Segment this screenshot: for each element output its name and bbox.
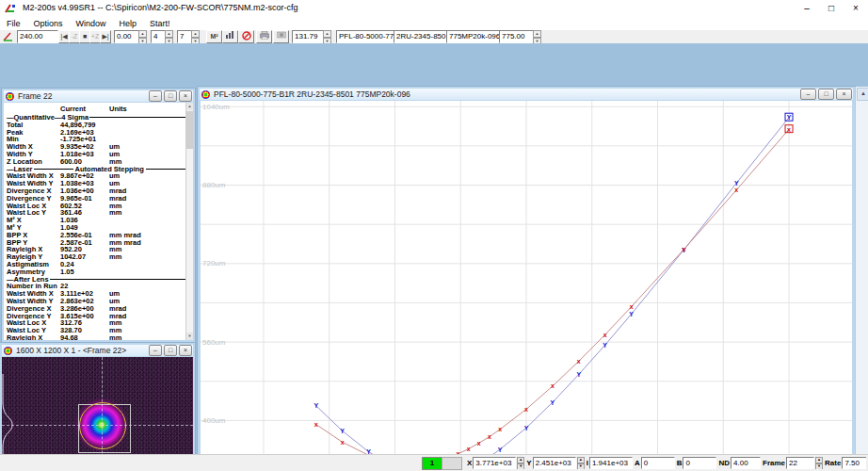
spin-up-icon[interactable]: ▲ — [517, 457, 524, 463]
chart-close-button[interactable]: × — [836, 89, 852, 100]
z-step-spinner[interactable]: ▲ ▼ — [138, 30, 147, 43]
results-row: Number in Run22 — [4, 283, 186, 290]
caustic-chart-svg: 400um560um720um880um1040um200mm300mm400m… — [201, 101, 852, 471]
optic-id-field[interactable]: 775MP20k-096 — [446, 30, 500, 43]
status-x-value[interactable]: 3.771e+03 — [473, 457, 516, 469]
results-row: Divergence X1.036e+00mrad — [4, 187, 186, 195]
status-nd-label: ND — [718, 459, 730, 467]
results-close-button[interactable]: × — [179, 90, 192, 102]
frames-spinner[interactable]: ▲ ▼ — [191, 30, 200, 43]
spin-up-icon[interactable]: ▲ — [165, 30, 173, 38]
menu-file[interactable]: File — [0, 19, 27, 28]
scroll-up-icon[interactable]: ▲ — [186, 103, 193, 110]
spin-down-icon[interactable]: ▼ — [815, 463, 823, 469]
status-y-spinner[interactable]: ▲▼ — [577, 457, 585, 469]
status-frame-value[interactable]: 22 — [786, 457, 814, 469]
scrollbar-thumb[interactable] — [186, 111, 193, 149]
spin-down-icon[interactable]: ▼ — [577, 463, 585, 469]
spin-up-icon[interactable]: ▲ — [138, 30, 147, 38]
section-label: —After Lens — [7, 276, 49, 284]
beam-minimize-button[interactable]: – — [149, 345, 162, 356]
results-section-row: —LaserAutomated Stepping — [4, 166, 186, 173]
wavelength-spinner[interactable]: ▲ ▼ — [533, 30, 541, 43]
m2-run-button[interactable]: M² — [206, 30, 222, 43]
device-id-field[interactable]: PFL-80-5000-775-B1R — [336, 30, 394, 43]
chart-minimize-button[interactable]: – — [800, 89, 816, 100]
spin-up-icon[interactable]: ▲ — [577, 457, 585, 463]
serial-id-field[interactable]: 2RU-2345-8501 — [394, 30, 447, 43]
cursor-icon[interactable] — [2, 31, 14, 42]
scroll-down-icon[interactable]: ▼ — [186, 333, 193, 340]
menu-start[interactable]: Start! — [143, 19, 177, 28]
maximize-button[interactable]: □ — [819, 0, 844, 17]
results-minimize-button[interactable]: – — [149, 90, 162, 102]
status-y-value[interactable]: 2.451e+03 — [533, 457, 576, 469]
menu-window[interactable]: Window — [70, 19, 113, 28]
camera-button[interactable] — [273, 30, 289, 43]
printer-icon — [260, 31, 269, 40]
status-a-label: A — [635, 459, 640, 467]
data-point-marker: x — [630, 303, 634, 310]
y-axis-tick-label: 560um — [202, 338, 226, 347]
chart-restore-button[interactable]: □ — [818, 89, 834, 100]
status-nd-value[interactable]: 4.00 — [731, 457, 761, 469]
menu-help[interactable]: Help — [113, 19, 144, 28]
focal-length-field[interactable]: 131.79 — [292, 30, 325, 43]
wavelength-field[interactable]: 775.00 — [499, 30, 535, 43]
result-label: Waist Width Y — [4, 298, 60, 305]
results-row: Divergence Y3.615e+00mrad — [4, 313, 186, 320]
spin-down-icon[interactable]: ▼ — [517, 463, 524, 469]
results-row: M² X1.036 — [4, 217, 186, 224]
close-button[interactable]: × — [844, 0, 868, 17]
data-point-marker: Y — [629, 311, 634, 317]
stage-position-field[interactable]: 240.00 — [17, 30, 58, 43]
status-y-group: Y 2.451e+03 ▲▼ — [526, 457, 584, 469]
result-label: Waist Width X — [4, 172, 60, 180]
abort-button[interactable] — [238, 30, 254, 43]
results-row: Waist Loc Y328.70mm — [4, 327, 186, 334]
result-units — [109, 136, 186, 143]
result-label: Waist Loc Y — [4, 209, 60, 217]
chart-window-titlebar[interactable]: PFL-80-5000-775-B1R 2RU-2345-8501 775MP2… — [200, 89, 853, 100]
status-frame-spinner[interactable]: ▲▼ — [815, 457, 823, 469]
data-point-marker: x — [498, 426, 502, 432]
data-point-marker: Y — [734, 180, 739, 187]
status-b-group: B 0 — [677, 457, 717, 469]
spin-up-icon[interactable]: ▲ — [533, 30, 541, 38]
status-x-spinner[interactable]: ▲▼ — [517, 457, 524, 469]
beam-restore-button[interactable]: □ — [164, 345, 177, 356]
status-intensity-value[interactable]: 1.941e+03 — [589, 457, 633, 469]
status-a-value[interactable]: 0 — [641, 457, 675, 469]
results-row: Width Y1.018e+03um — [4, 151, 186, 158]
averaging-spinner[interactable]: ▲ ▼ — [165, 30, 173, 43]
beam-close-button[interactable]: × — [179, 345, 192, 356]
result-label: Rayleigh X — [4, 246, 60, 253]
spin-up-icon[interactable]: ▲ — [323, 30, 331, 38]
results-window: Frame 22 – □ × Current Units —Quantitati… — [2, 89, 195, 342]
result-units — [109, 268, 186, 276]
spin-up-icon[interactable]: ▲ — [191, 30, 200, 38]
status-b-value[interactable]: 0 — [683, 457, 716, 469]
result-units — [109, 122, 186, 129]
series-line-width-y — [316, 118, 789, 471]
y-axis-tick-label: 400um — [202, 416, 226, 425]
focal-length-spinner[interactable]: ▲ ▼ — [323, 30, 331, 43]
results-scrollbar[interactable]: ▲ ▼ — [185, 103, 193, 340]
minimize-button[interactable]: – — [795, 0, 819, 17]
workspace-scrollbar[interactable]: ▲ ▼ — [855, 87, 868, 471]
nav-last-button[interactable]: ▶| — [100, 30, 111, 43]
data-point-marker: x — [314, 421, 318, 428]
status-a-group: A 0 — [635, 457, 675, 469]
status-rate-value[interactable]: 7.50 — [842, 457, 866, 469]
results-button[interactable] — [222, 30, 238, 43]
results-row: Waist Loc Y361.46mm — [4, 209, 186, 217]
data-point-marker: x — [477, 440, 481, 447]
spin-up-icon[interactable]: ▲ — [815, 457, 823, 463]
menu-options[interactable]: Options — [27, 19, 70, 28]
scroll-up-icon[interactable]: ▲ — [857, 88, 868, 101]
result-label: Waist Loc Y — [4, 327, 60, 334]
results-restore-button[interactable]: □ — [164, 90, 177, 102]
z-step-field[interactable]: 0.00 — [114, 30, 140, 43]
print-button[interactable] — [256, 30, 272, 43]
result-label: Astigmatism — [4, 261, 60, 268]
